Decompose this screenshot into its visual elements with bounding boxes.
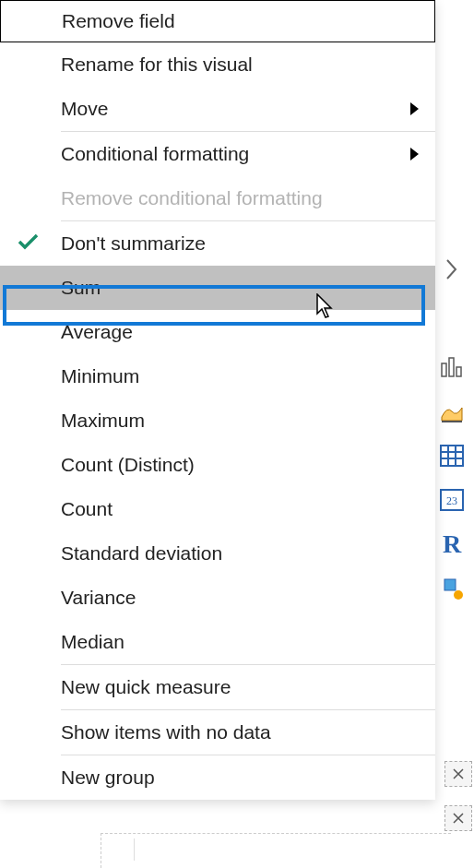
r-visual-icon[interactable]: R bbox=[430, 522, 474, 566]
menu-maximum[interactable]: Maximum bbox=[0, 398, 435, 443]
ribbon-chart-icon[interactable] bbox=[430, 389, 474, 434]
menu-average[interactable]: Average bbox=[0, 310, 435, 354]
table-icon[interactable] bbox=[430, 434, 474, 478]
menu-conditional-formatting[interactable]: Conditional formatting bbox=[0, 132, 435, 176]
menu-variance[interactable]: Variance bbox=[0, 576, 435, 620]
bar-chart-icon[interactable] bbox=[430, 345, 474, 389]
svg-text:23: 23 bbox=[446, 494, 457, 507]
svg-rect-11 bbox=[444, 579, 456, 590]
menu-label: Show items with no data bbox=[61, 721, 271, 743]
menu-label: Count (Distinct) bbox=[61, 454, 195, 476]
submenu-arrow-icon bbox=[410, 148, 419, 161]
menu-new-group[interactable]: New group bbox=[0, 755, 435, 800]
menu-label: Standard deviation bbox=[61, 542, 222, 565]
menu-label: Maximum bbox=[61, 410, 145, 432]
menu-label: Remove field bbox=[62, 10, 175, 32]
menu-label: Move bbox=[61, 98, 108, 120]
menu-rename-visual[interactable]: Rename for this visual bbox=[0, 42, 435, 87]
field-context-menu: Remove field Rename for this visual Move… bbox=[0, 0, 435, 800]
svg-rect-4 bbox=[441, 446, 463, 466]
menu-label: Average bbox=[61, 321, 133, 343]
side-icons: 23 R bbox=[430, 0, 474, 868]
menu-show-items-no-data[interactable]: Show items with no data bbox=[0, 710, 435, 755]
card-icon[interactable]: 23 bbox=[430, 478, 474, 522]
menu-sum[interactable]: Sum bbox=[0, 266, 435, 310]
submenu-arrow-icon bbox=[410, 102, 419, 115]
menu-label: Rename for this visual bbox=[61, 54, 253, 76]
svg-point-12 bbox=[454, 590, 463, 600]
menu-remove-conditional-formatting: Remove conditional formatting bbox=[0, 176, 435, 220]
svg-rect-3 bbox=[442, 421, 462, 422]
expand-chevron-icon[interactable] bbox=[430, 247, 474, 291]
menu-new-quick-measure[interactable]: New quick measure bbox=[0, 665, 435, 709]
menu-count[interactable]: Count bbox=[0, 487, 435, 531]
menu-label: Conditional formatting bbox=[61, 143, 249, 165]
svg-rect-0 bbox=[442, 363, 446, 376]
svg-rect-1 bbox=[449, 358, 454, 376]
menu-label: Remove conditional formatting bbox=[61, 187, 323, 209]
menu-count-distinct[interactable]: Count (Distinct) bbox=[0, 443, 435, 487]
menu-label: New group bbox=[61, 767, 155, 789]
menu-remove-field[interactable]: Remove field bbox=[0, 0, 435, 42]
menu-median[interactable]: Median bbox=[0, 620, 435, 664]
svg-rect-2 bbox=[456, 367, 461, 376]
menu-label: Variance bbox=[61, 587, 136, 609]
menu-label: Sum bbox=[61, 277, 101, 299]
check-icon bbox=[17, 229, 40, 258]
menu-label: Don't summarize bbox=[61, 232, 206, 255]
menu-standard-deviation[interactable]: Standard deviation bbox=[0, 531, 435, 576]
menu-label: Count bbox=[61, 498, 113, 520]
menu-label: Median bbox=[61, 631, 124, 653]
menu-minimum[interactable]: Minimum bbox=[0, 354, 435, 398]
menu-label: Minimum bbox=[61, 365, 139, 387]
key-influencers-icon[interactable] bbox=[430, 566, 474, 611]
menu-move[interactable]: Move bbox=[0, 87, 435, 131]
menu-label: New quick measure bbox=[61, 676, 231, 698]
field-well-fragment bbox=[101, 833, 451, 868]
menu-dont-summarize[interactable]: Don't summarize bbox=[0, 221, 435, 266]
